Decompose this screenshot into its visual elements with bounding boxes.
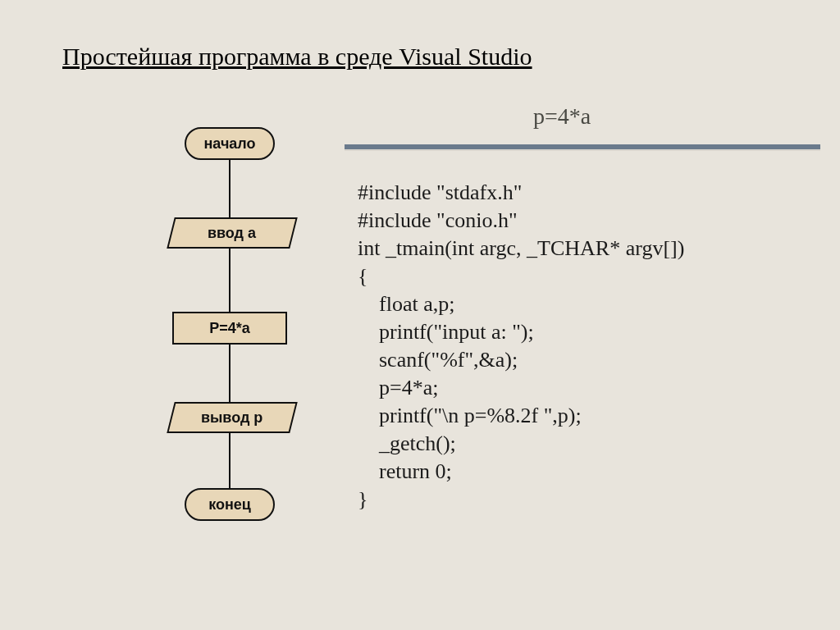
slide-title: Простейшая программа в среде Visual Stud… [62, 43, 532, 71]
flow-node-input-label: ввод a [208, 225, 256, 242]
formula-label: p=4*a [533, 103, 591, 130]
flow-node-process: P=4*a [172, 312, 287, 345]
divider-bar [345, 131, 820, 149]
code-listing: #include "stdafx.h" #include "conio.h" i… [358, 179, 684, 514]
flow-node-start-label: начало [203, 135, 255, 153]
flow-node-end-label: конец [208, 496, 251, 514]
flow-node-output: вывод p [167, 402, 297, 433]
flow-node-start: начало [185, 127, 275, 160]
flow-node-output-label: вывод p [201, 409, 262, 427]
flow-node-end: конец [185, 488, 275, 521]
flow-node-input: ввод a [167, 217, 297, 249]
flow-node-process-label: P=4*a [209, 320, 250, 337]
flowchart: начало ввод a P=4*a вывод p конец [139, 123, 320, 566]
slide: Простейшая программа в среде Visual Stud… [0, 0, 840, 630]
